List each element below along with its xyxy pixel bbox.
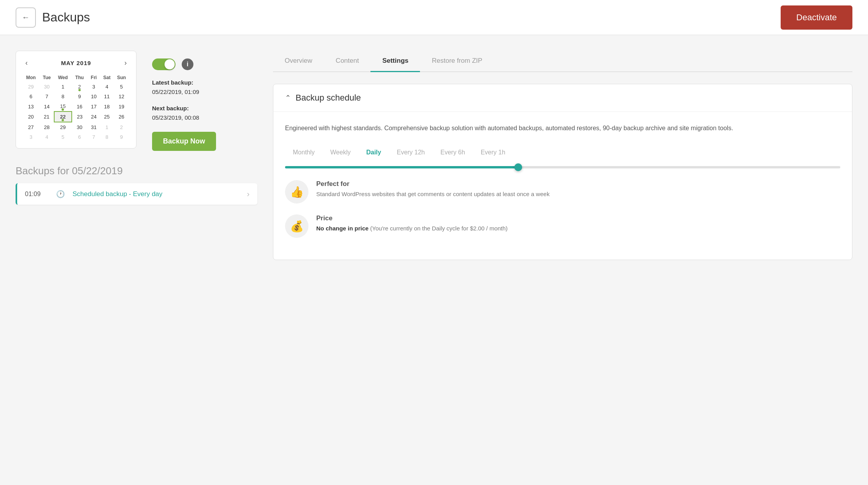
slider-track[interactable]: [285, 166, 840, 168]
calendar-day[interactable]: 30: [40, 82, 54, 92]
calendar-day[interactable]: 15: [54, 101, 72, 112]
calendar-day[interactable]: 4: [100, 82, 113, 92]
info-icon[interactable]: i: [182, 58, 193, 70]
freq-tab-weekly[interactable]: Weekly: [322, 145, 358, 160]
slider-thumb[interactable]: [514, 163, 522, 171]
freq-tab-daily[interactable]: Daily: [358, 145, 389, 160]
calendar-day[interactable]: 25: [100, 112, 113, 122]
calendar-day[interactable]: 16: [72, 101, 87, 112]
calendar-day[interactable]: 29: [22, 82, 40, 92]
calendar-day[interactable]: 11: [100, 92, 113, 101]
calendar-prev-button[interactable]: ‹: [22, 57, 31, 69]
calendar-day[interactable]: 18: [100, 101, 113, 112]
calendar-day[interactable]: 6: [22, 92, 40, 101]
freq-tab-every-6h[interactable]: Every 6h: [433, 145, 473, 160]
tab-restore-from-zip[interactable]: Restore from ZIP: [420, 51, 494, 72]
calendar-day[interactable]: 30: [72, 122, 87, 132]
backup-entry-label: Scheduled backup - Every day: [73, 190, 163, 198]
calendar-day[interactable]: 1: [54, 82, 72, 92]
backup-now-button[interactable]: Backup Now: [152, 132, 216, 151]
calendar-day[interactable]: 21: [40, 112, 54, 122]
toggle-row: i: [152, 58, 216, 70]
calendar-day[interactable]: 19: [113, 101, 129, 112]
calendar-day[interactable]: 23: [72, 112, 87, 122]
backup-toggle[interactable]: [152, 58, 175, 70]
calendar-day[interactable]: 27: [22, 122, 40, 132]
calendar-day[interactable]: 26: [113, 112, 129, 122]
back-arrow-icon: ←: [22, 13, 30, 22]
tab-content[interactable]: Content: [324, 51, 371, 72]
calendar-day[interactable]: 2: [113, 122, 129, 132]
calendar-day[interactable]: 12: [113, 92, 129, 101]
calendar-dow-fri: Fri: [87, 73, 100, 82]
settings-card-header: ⌃ Backup schedule: [273, 84, 852, 112]
calendar-day[interactable]: 24: [87, 112, 100, 122]
backup-entry[interactable]: 01:09 🕐 Scheduled backup - Every day ›: [16, 183, 257, 205]
clock-icon: 🕐: [56, 190, 65, 198]
calendar-day[interactable]: 2: [72, 82, 87, 92]
calendar-day[interactable]: 17: [87, 101, 100, 112]
calendar-day[interactable]: 20: [22, 112, 40, 122]
settings-card-body: Engineered with highest standards. Compr…: [273, 112, 852, 260]
next-backup-value: 05/23/2019, 00:08: [152, 114, 199, 121]
calendar-day[interactable]: 5: [113, 82, 129, 92]
perfect-for-row: 👍 Perfect for Standard WordPress website…: [285, 180, 840, 204]
calendar-day[interactable]: 8: [100, 132, 113, 142]
price-desc: No change in price (You're currently on …: [316, 224, 508, 233]
calendar-dow-sat: Sat: [100, 73, 113, 82]
calendar-week-row: 6789101112: [22, 92, 129, 101]
frequency-tabs: MonthlyWeeklyDailyEvery 12hEvery 6hEvery…: [285, 145, 840, 160]
dollar-icon: 💰: [290, 220, 304, 233]
main-content: ‹ MAY 2019 › MonTueWedThuFriSatSun 29301…: [0, 35, 868, 260]
latest-backup-label: Latest backup:: [152, 79, 193, 86]
calendar-day[interactable]: 13: [22, 101, 40, 112]
calendar-dow-sun: Sun: [113, 73, 129, 82]
calendar-week-row: 272829303112: [22, 122, 129, 132]
backup-entry-time: 01:09: [25, 191, 48, 198]
calendar-next-button[interactable]: ›: [121, 57, 130, 69]
calendar-day[interactable]: 14: [40, 101, 54, 112]
calendar-grid: MonTueWedThuFriSatSun 293012345678910111…: [22, 73, 130, 142]
page-title: Backups: [42, 10, 90, 25]
toggle-knob: [165, 59, 175, 69]
calendar-day[interactable]: 9: [113, 132, 129, 142]
freq-tab-every-12h[interactable]: Every 12h: [389, 145, 432, 160]
backup-info: Latest backup: 05/22/2019, 01:09 Next ba…: [152, 78, 216, 122]
calendar-day[interactable]: 1: [100, 122, 113, 132]
latest-backup-value: 05/22/2019, 01:09: [152, 89, 199, 95]
header-left: ← Backups: [16, 7, 90, 28]
calendar-day[interactable]: 29: [54, 122, 72, 132]
backup-status-panel: i Latest backup: 05/22/2019, 01:09 Next …: [152, 51, 216, 151]
calendar-day[interactable]: 5: [54, 132, 72, 142]
price-icon-wrap: 💰: [285, 214, 308, 238]
calendar-day[interactable]: 9: [72, 92, 87, 101]
tab-settings[interactable]: Settings: [370, 51, 420, 72]
calendar-day[interactable]: 10: [87, 92, 100, 101]
calendar-dow-thu: Thu: [72, 73, 87, 82]
top-area: ‹ MAY 2019 › MonTueWedThuFriSatSun 29301…: [16, 51, 257, 151]
back-button[interactable]: ←: [16, 7, 36, 28]
calendar-day[interactable]: 8: [54, 92, 72, 101]
deactivate-button[interactable]: Deactivate: [781, 5, 852, 30]
slider-container: [285, 166, 840, 168]
calendar-day[interactable]: 7: [40, 92, 54, 101]
calendar-day[interactable]: 4: [40, 132, 54, 142]
next-backup-label: Next backup:: [152, 105, 189, 112]
tab-overview[interactable]: Overview: [273, 51, 324, 72]
backup-entries-list: 01:09 🕐 Scheduled backup - Every day ›: [16, 183, 257, 205]
calendar-day[interactable]: 3: [22, 132, 40, 142]
calendar-day[interactable]: 28: [40, 122, 54, 132]
calendar: ‹ MAY 2019 › MonTueWedThuFriSatSun 29301…: [16, 51, 136, 149]
calendar-day[interactable]: 6: [72, 132, 87, 142]
calendar-day[interactable]: 3: [87, 82, 100, 92]
perfect-for-desc: Standard WordPress websites that get com…: [316, 189, 549, 199]
calendar-day[interactable]: 31: [87, 122, 100, 132]
thumbs-up-icon-wrap: 👍: [285, 180, 308, 204]
freq-tab-monthly[interactable]: Monthly: [285, 145, 322, 160]
tabs-bar: OverviewContentSettingsRestore from ZIP: [273, 51, 852, 72]
price-title: Price: [316, 214, 508, 222]
freq-tab-every-1h[interactable]: Every 1h: [473, 145, 513, 160]
calendar-day[interactable]: 7: [87, 132, 100, 142]
thumbs-up-icon: 👍: [290, 186, 304, 198]
calendar-day[interactable]: 22: [54, 112, 72, 122]
